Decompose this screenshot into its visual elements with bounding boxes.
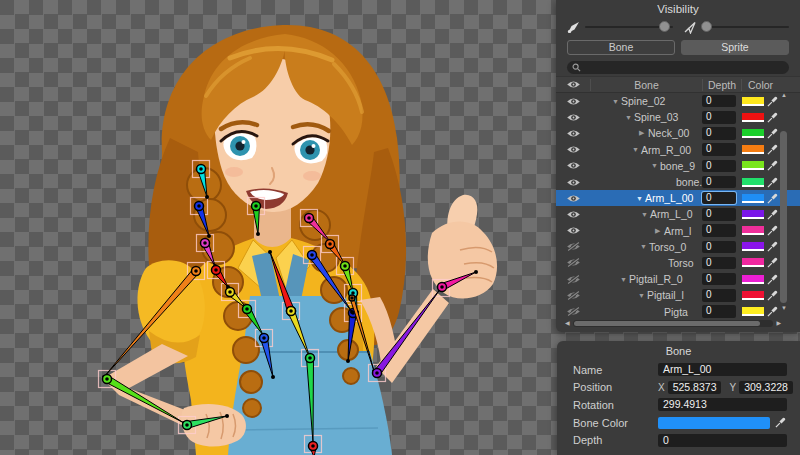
foldout-triangle-icon[interactable]: ▼ bbox=[612, 98, 621, 105]
foldout-triangle-icon[interactable]: ▶ bbox=[639, 129, 648, 137]
eyedropper-icon[interactable] bbox=[767, 257, 778, 268]
color-swatch[interactable] bbox=[742, 210, 764, 219]
visibility-toggle[interactable] bbox=[556, 258, 590, 267]
foldout-triangle-icon[interactable]: ▼ bbox=[632, 146, 641, 153]
table-row[interactable]: ▼ Spine_03 0 bbox=[556, 109, 800, 125]
name-input[interactable]: Arm_L_00 bbox=[658, 363, 787, 376]
bone-name-cell[interactable]: Torso bbox=[590, 257, 702, 269]
visibility-toggle[interactable] bbox=[556, 210, 590, 219]
visibility-toggle[interactable] bbox=[556, 242, 590, 251]
depth-input[interactable]: 0 bbox=[702, 111, 736, 124]
depth-input[interactable]: 0 bbox=[702, 289, 736, 302]
foldout-triangle-icon[interactable]: ▶ bbox=[655, 227, 664, 235]
table-row[interactable]: ▼ Spine_02 0 bbox=[556, 93, 800, 109]
table-row[interactable]: Torso 0 bbox=[556, 255, 800, 271]
depth-input[interactable]: 0 bbox=[658, 434, 787, 447]
table-row[interactable]: ▶ Arm_l 0 bbox=[556, 223, 800, 239]
eyedropper-icon[interactable] bbox=[767, 241, 778, 252]
bone-name-cell[interactable]: ▼ Spine_02 bbox=[590, 95, 702, 107]
depth-input[interactable]: 0 bbox=[702, 305, 736, 318]
bone-color-swatch[interactable] bbox=[658, 417, 770, 429]
slider-knob[interactable] bbox=[701, 21, 712, 32]
visibility-toggle[interactable] bbox=[556, 97, 590, 106]
depth-input[interactable]: 0 bbox=[702, 95, 736, 108]
eyedropper-icon[interactable] bbox=[767, 96, 778, 107]
table-row[interactable]: ▼ Arm_R_00 0 bbox=[556, 142, 800, 158]
bone-column-header[interactable]: Bone bbox=[590, 79, 702, 91]
color-swatch[interactable] bbox=[742, 275, 764, 284]
visibility-toggle[interactable] bbox=[556, 226, 590, 235]
table-row[interactable]: bone. 0 bbox=[556, 174, 800, 190]
depth-column-header[interactable]: Depth bbox=[702, 79, 741, 91]
visibility-toggle[interactable] bbox=[556, 307, 590, 316]
bone-name-cell[interactable]: ▼ Arm_L_0 bbox=[590, 208, 702, 220]
bone-name-cell[interactable]: ▼ Torso_0 bbox=[590, 241, 702, 253]
slider-track[interactable] bbox=[701, 26, 789, 28]
bone-name-cell[interactable]: ▼ Pigtail_R_0 bbox=[590, 273, 702, 285]
visibility-toggle[interactable] bbox=[556, 178, 590, 187]
horizontal-scroll-thumb[interactable] bbox=[574, 321, 761, 326]
color-swatch[interactable] bbox=[742, 113, 764, 122]
eyedropper-icon[interactable] bbox=[775, 417, 786, 428]
color-swatch[interactable] bbox=[742, 242, 764, 251]
depth-input[interactable]: 0 bbox=[702, 176, 736, 189]
bone-name-cell[interactable]: ▼ Arm_R_00 bbox=[590, 144, 702, 156]
bone-name-cell[interactable]: ▼ Pigtail_l bbox=[590, 289, 702, 301]
foldout-triangle-icon[interactable]: ▼ bbox=[620, 276, 629, 283]
color-swatch[interactable] bbox=[742, 129, 764, 138]
foldout-triangle-icon[interactable]: ▼ bbox=[641, 211, 650, 218]
color-swatch[interactable] bbox=[742, 307, 764, 316]
position-y-input[interactable]: 309.3228 bbox=[739, 381, 793, 394]
visibility-toggle[interactable] bbox=[556, 194, 590, 203]
table-row[interactable]: ▼ Arm_L_0 0 bbox=[556, 206, 800, 222]
visibility-toggle[interactable] bbox=[556, 291, 590, 300]
eyedropper-icon[interactable] bbox=[767, 193, 778, 204]
horizontal-scroll-track[interactable] bbox=[573, 320, 774, 327]
color-swatch[interactable] bbox=[742, 161, 764, 170]
visibility-toggle[interactable] bbox=[556, 129, 590, 138]
slider-track[interactable] bbox=[585, 26, 673, 28]
visibility-column-header[interactable] bbox=[556, 80, 590, 89]
bone-opacity-slider[interactable] bbox=[567, 21, 673, 34]
color-swatch[interactable] bbox=[742, 178, 764, 187]
eyedropper-icon[interactable] bbox=[767, 112, 778, 123]
color-swatch[interactable] bbox=[742, 97, 764, 106]
eyedropper-icon[interactable] bbox=[767, 128, 778, 139]
color-column-header[interactable]: Color bbox=[741, 79, 779, 91]
scroll-left-arrow[interactable]: ◀ bbox=[565, 319, 570, 327]
visibility-toggle[interactable] bbox=[556, 145, 590, 154]
color-swatch[interactable] bbox=[742, 226, 764, 235]
bone-name-cell[interactable]: ▼ Spine_03 bbox=[590, 111, 702, 123]
depth-input[interactable]: 0 bbox=[702, 192, 736, 205]
color-swatch[interactable] bbox=[742, 194, 764, 203]
depth-input[interactable]: 0 bbox=[702, 273, 736, 286]
table-row[interactable]: ▼ Pigtail_l 0 bbox=[556, 287, 800, 303]
table-row[interactable]: ▼ Arm_L_00 0 bbox=[556, 190, 800, 206]
tab-sprite[interactable]: Sprite bbox=[681, 40, 789, 55]
visibility-toggle[interactable] bbox=[556, 161, 590, 170]
scroll-up-arrow[interactable]: ▲ bbox=[781, 91, 787, 99]
eyedropper-icon[interactable] bbox=[767, 290, 778, 301]
vertical-scrollbar[interactable]: ▲ ▼ bbox=[779, 91, 789, 312]
depth-input[interactable]: 0 bbox=[702, 143, 736, 156]
depth-input[interactable]: 0 bbox=[702, 224, 736, 237]
position-x-input[interactable]: 525.8373 bbox=[668, 381, 722, 394]
table-row[interactable]: ▼ Pigtail_R_0 0 bbox=[556, 271, 800, 287]
eyedropper-icon[interactable] bbox=[767, 225, 778, 236]
bone-name-cell[interactable]: bone. bbox=[590, 176, 702, 188]
foldout-triangle-icon[interactable]: ▼ bbox=[636, 195, 645, 202]
eyedropper-icon[interactable] bbox=[767, 177, 778, 188]
bone-name-cell[interactable]: ▶ Arm_l bbox=[590, 225, 702, 237]
bone-name-cell[interactable]: Pigta bbox=[590, 306, 702, 318]
slider-knob[interactable] bbox=[659, 21, 670, 32]
bone-name-cell[interactable]: ▼ Arm_L_00 bbox=[590, 192, 702, 204]
vertical-scroll-track[interactable] bbox=[780, 99, 788, 304]
depth-input[interactable]: 0 bbox=[702, 160, 736, 173]
eyedropper-icon[interactable] bbox=[767, 274, 778, 285]
scroll-right-arrow[interactable]: ▶ bbox=[776, 319, 781, 327]
bone-name-cell[interactable]: ▼ bone_9 bbox=[590, 160, 702, 172]
horizontal-scrollbar[interactable]: ◀ ▶ bbox=[565, 318, 781, 328]
visibility-toggle[interactable] bbox=[556, 275, 590, 284]
foldout-triangle-icon[interactable]: ▼ bbox=[640, 243, 649, 250]
eyedropper-icon[interactable] bbox=[767, 306, 778, 317]
